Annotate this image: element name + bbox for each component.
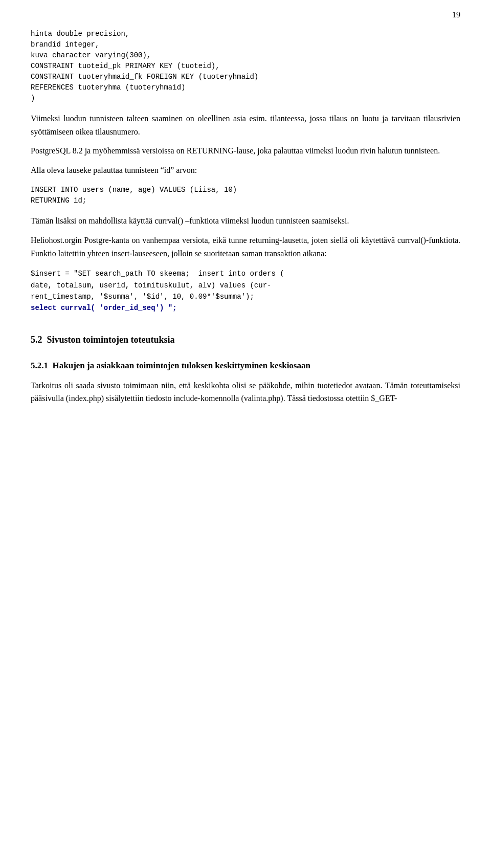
section-5-2-number: 5.2 xyxy=(31,335,42,345)
code-line-1: $insert = "SET search_path TO skeema; in… xyxy=(31,270,284,301)
paragraph-5: Heliohost.orgin Postgre-kanta on vanhemp… xyxy=(31,234,460,260)
section-5-2-1-number: 5.2.1 xyxy=(31,361,48,370)
paragraph-3: Alla oleva lauseke palauttaa tunnisteen … xyxy=(31,164,460,177)
section-5-2-1-title: Hakujen ja asiakkaan toimintojen tulokse… xyxy=(53,361,310,370)
page-number: 19 xyxy=(452,10,460,19)
code-line-bold: select currval( 'order_id_seq') "; xyxy=(31,304,177,312)
paragraph-4: Tämän lisäksi on mahdollista käyttää cur… xyxy=(31,214,460,228)
code-block-2: INSERT INTO users (name, age) VALUES (Li… xyxy=(31,185,460,206)
paragraph-1: Viimeksi luodun tunnisteen talteen saami… xyxy=(31,112,460,138)
paragraph-6: Tarkoitus oli saada sivusto toimimaan ni… xyxy=(31,379,460,405)
code-block-1: hinta double precision, brandid integer,… xyxy=(31,29,460,104)
code-block-3: $insert = "SET search_path TO skeema; in… xyxy=(31,268,460,314)
section-5-2-heading: 5.2 Sivuston toimintojen toteutuksia xyxy=(31,335,460,345)
paragraph-2: PostgreSQL 8.2 ja myöhemmissä versioissa… xyxy=(31,144,460,158)
section-5-2-title: Sivuston toimintojen toteutuksia xyxy=(47,335,175,345)
section-5-2-1-heading: 5.2.1 Hakujen ja asiakkaan toimintojen t… xyxy=(31,361,460,371)
